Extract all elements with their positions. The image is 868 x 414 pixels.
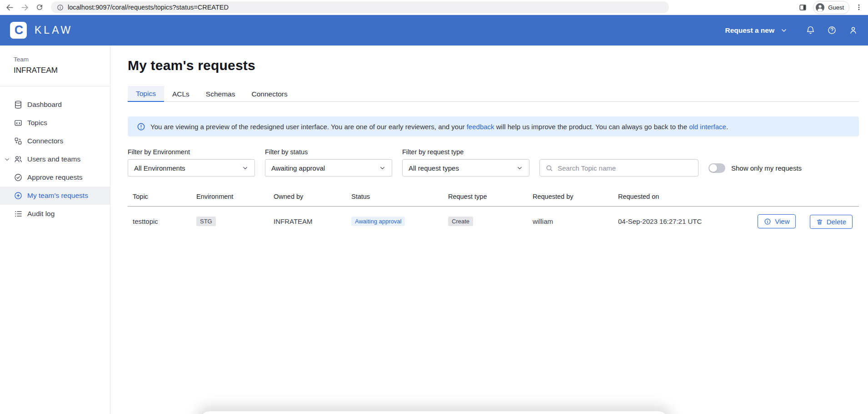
check-circle-icon — [14, 173, 23, 182]
chevron-down-icon — [516, 165, 523, 172]
requests-table: Topic Environment Owned by Status Reques… — [128, 187, 859, 237]
browser-profile-chip[interactable]: Guest — [813, 1, 849, 14]
request-type-select-value: All request types — [409, 164, 459, 172]
environment-select-value: All Environments — [134, 164, 185, 172]
sidebar-item-users-and-teams[interactable]: Users and teams — [0, 150, 110, 168]
back-icon — [5, 3, 14, 12]
notifications-button[interactable] — [806, 25, 815, 35]
dock-shadow — [200, 411, 668, 414]
sidebar-item-label: Approve requests — [27, 173, 83, 182]
sidebar-item-label: My team's requests — [27, 192, 88, 200]
toggle-label: Show only my requests — [731, 164, 802, 172]
col-owned-by: Owned by — [269, 187, 346, 207]
menu-dots-icon — [855, 4, 863, 11]
sidebar-item-audit-log[interactable]: Audit log — [0, 205, 110, 223]
profile-label: Guest — [828, 4, 844, 11]
plus-circle-icon — [14, 191, 23, 200]
request-type-badge: Create — [448, 217, 473, 226]
profile-button[interactable] — [848, 25, 858, 35]
banner-text: You are viewing a preview of the redesig… — [150, 123, 728, 131]
table-header-row: Topic Environment Owned by Status Reques… — [128, 187, 859, 207]
filter-request-type: Filter by request type All request types — [402, 148, 529, 177]
brand[interactable]: C KLAW — [10, 22, 73, 39]
banner-text-3: . — [726, 123, 728, 131]
side-panel-icon — [798, 3, 807, 12]
tab-topics[interactable]: Topics — [128, 86, 164, 102]
info-circle-icon — [137, 122, 145, 131]
filter-request-type-label: Filter by request type — [402, 148, 529, 156]
cell-owned-by: INFRATEAM — [269, 207, 346, 237]
view-button[interactable]: View — [758, 214, 796, 228]
sidebar-item-approve-requests[interactable]: Approve requests — [0, 168, 110, 187]
sidebar-menu: Dashboard Topics Connectors — [0, 96, 110, 223]
forward-button[interactable] — [20, 3, 29, 12]
delete-button-label: Delete — [827, 218, 846, 226]
page-title: My team's requests — [128, 58, 859, 73]
col-topic: Topic — [128, 187, 191, 207]
sidebar-divider — [0, 86, 110, 86]
sidebar-item-label: Topics — [27, 119, 47, 127]
filter-status: Filter by status Awaiting approval — [265, 148, 392, 177]
sidebar-item-topics[interactable]: Topics — [0, 114, 110, 132]
col-requested-by: Requested by — [528, 187, 613, 207]
topic-search — [539, 159, 698, 177]
help-icon — [827, 25, 837, 35]
sidebar-item-connectors[interactable]: Connectors — [0, 132, 110, 150]
topic-box-icon — [14, 118, 23, 127]
table-row: testtopic STG INFRATEAM Awaiting approva… — [128, 207, 859, 237]
tab-connectors[interactable]: Connectors — [243, 86, 295, 102]
show-only-my-requests-toggle[interactable] — [708, 163, 725, 173]
cell-topic: testtopic — [128, 207, 191, 237]
request-type-select[interactable]: All request types — [402, 159, 529, 177]
forward-icon — [20, 3, 29, 12]
chevron-down-icon — [780, 27, 788, 34]
toggle-knob — [709, 164, 717, 172]
browser-controls: Guest — [798, 1, 863, 14]
status-select[interactable]: Awaiting approval — [265, 159, 392, 177]
sidebar-item-dashboard[interactable]: Dashboard — [0, 96, 110, 114]
sidebar-item-label: Dashboard — [27, 101, 62, 109]
delete-button[interactable]: Delete — [810, 215, 853, 229]
reload-button[interactable] — [35, 3, 44, 11]
browser-nav-buttons — [5, 3, 44, 12]
environment-badge: STG — [196, 217, 216, 226]
back-button[interactable] — [5, 3, 14, 12]
col-request-type: Request type — [443, 187, 528, 207]
col-actions — [727, 187, 859, 207]
search-input[interactable] — [558, 164, 693, 172]
col-status: Status — [346, 187, 443, 207]
list-icon — [14, 209, 23, 218]
side-panel-button[interactable] — [798, 3, 807, 12]
database-icon — [14, 100, 23, 109]
my-requests-toggle-group: Show only my requests — [708, 159, 802, 177]
help-button[interactable] — [827, 25, 837, 35]
url-bar[interactable]: localhost:9097/coral/requests/topics?sta… — [51, 1, 669, 13]
reload-icon — [35, 3, 44, 11]
bell-icon — [806, 25, 815, 35]
view-button-label: View — [775, 217, 789, 225]
environment-select[interactable]: All Environments — [128, 159, 255, 177]
request-a-new-label: Request a new — [725, 26, 774, 35]
klaw-logo-icon: C — [10, 22, 27, 39]
sidebar: Team INFRATEAM Dashboard Topics — [0, 45, 110, 414]
browser-menu-button[interactable] — [855, 4, 863, 11]
info-circle-icon — [764, 218, 771, 225]
chevron-down-icon — [379, 165, 386, 172]
sidebar-item-my-teams-requests[interactable]: My team's requests — [0, 187, 110, 205]
status-badge: Awaiting approval — [351, 217, 405, 226]
preview-banner: You are viewing a preview of the redesig… — [128, 116, 859, 136]
main-content: My team's requests Topics ACLs Schemas C… — [110, 45, 868, 414]
old-interface-link[interactable]: old interface — [689, 123, 726, 131]
tab-acls[interactable]: ACLs — [164, 86, 198, 102]
tab-schemas[interactable]: Schemas — [198, 86, 244, 102]
people-icon — [14, 155, 23, 164]
filter-environment: Filter by Environment All Environments — [128, 148, 255, 177]
connector-icon — [14, 136, 23, 146]
request-a-new-button[interactable]: Request a new — [725, 26, 788, 35]
col-requested-on: Requested on — [613, 187, 727, 207]
tabs: Topics ACLs Schemas Connectors — [128, 86, 859, 102]
chevron-down-icon[interactable] — [4, 156, 11, 163]
banner-text-2: will help us improve the product. You ca… — [494, 123, 689, 131]
feedback-link[interactable]: feedback — [467, 123, 494, 131]
col-environment: Environment — [191, 187, 269, 207]
